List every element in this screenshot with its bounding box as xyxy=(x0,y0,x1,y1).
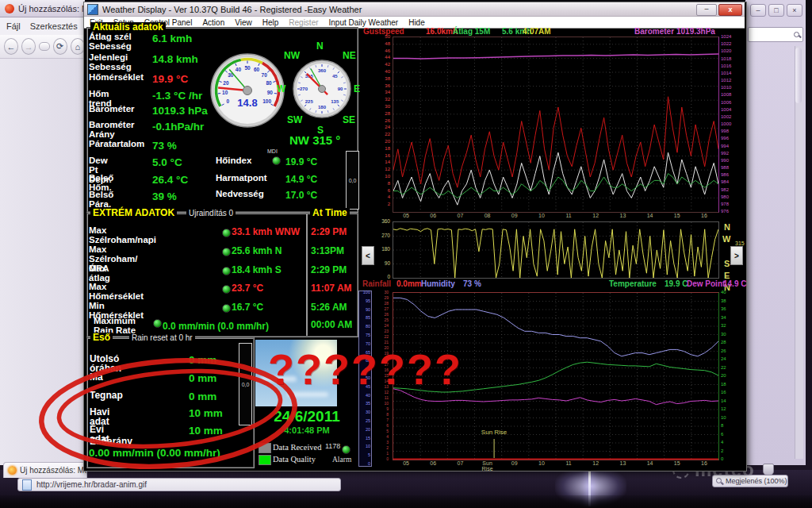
wd-titlebar[interactable]: Weather Display - Ver 10.37Q Build 46 - … xyxy=(84,2,745,17)
axis-tick: 46 xyxy=(385,48,390,53)
axis-tick: 45 xyxy=(366,384,370,389)
axis-tick: 5 xyxy=(386,429,389,433)
axis-tick: 978 xyxy=(721,202,729,206)
search-input[interactable] xyxy=(748,27,803,42)
axis-tick: 28 xyxy=(384,301,389,306)
hour-label: 15 xyxy=(666,213,688,218)
wd-menu-help[interactable]: Help xyxy=(262,18,279,27)
tab-label: Új hozzászólás: Meteor... xyxy=(20,466,86,475)
derived-label: Nedvesség xyxy=(216,189,264,198)
axis-tick: 10 xyxy=(366,444,370,448)
current-row-value: 5.0 °C xyxy=(152,156,182,168)
browser-tab-bottom[interactable]: Új hozzászólás: Meteor... xyxy=(3,462,87,478)
wind-speed-chart xyxy=(393,37,719,213)
wd-menu-hide[interactable]: Hide xyxy=(408,18,425,27)
extreme-led xyxy=(222,285,231,294)
key-button[interactable] xyxy=(39,42,49,51)
wd-menu-register: Register xyxy=(289,18,318,27)
rain-rate-label: Esőarány xyxy=(90,437,132,446)
wd-menu-action[interactable]: Action xyxy=(202,18,224,27)
axis-tick: 10 xyxy=(385,174,390,179)
browser-titlebar[interactable]: Új hozzászólás: Meteorológ xyxy=(0,0,85,17)
axis-tick: 14 xyxy=(385,160,390,164)
extreme-value: 16.7 °C xyxy=(232,302,263,313)
axis-tick: 0 xyxy=(386,456,389,461)
extreme-time: 2:29 PM xyxy=(311,226,347,237)
axis-tick: 1002 xyxy=(721,114,731,119)
wd-close-button[interactable]: x xyxy=(718,4,742,16)
axis-tick: 16 xyxy=(385,153,390,158)
axis-tick: 30 xyxy=(366,410,370,414)
forward-button[interactable]: → xyxy=(21,38,36,55)
axis-tick: 8 xyxy=(386,412,389,417)
extreme-led xyxy=(222,248,231,256)
browser-scrollbar[interactable] xyxy=(795,46,803,459)
close-button[interactable]: × xyxy=(787,4,802,17)
axis-tick: 70 xyxy=(366,341,370,346)
scroll-left-button[interactable]: < xyxy=(362,246,374,265)
hour-label: 09 xyxy=(504,460,526,466)
extreme-value: 33.1 kmh WNW xyxy=(232,226,300,237)
side-letter-s: S xyxy=(724,259,730,268)
humidity-temp-dew-chart: Sun Rise xyxy=(393,292,719,460)
minimize-button[interactable]: – xyxy=(750,4,766,17)
axis-tick: 0 xyxy=(368,461,370,466)
rain-row-label: Tegnap xyxy=(90,391,123,400)
hour-label: 12 xyxy=(584,460,607,466)
current-row-value: -0.1hPa/hr xyxy=(152,121,204,133)
hour-label: 13 xyxy=(611,213,634,218)
axis-tick: 15 xyxy=(366,436,370,441)
axis-tick: 55 xyxy=(366,367,370,371)
magnifier-icon xyxy=(716,478,722,484)
legend-item: 0.0mm xyxy=(396,279,422,288)
cloud xyxy=(287,392,328,397)
axis-tick: 44 xyxy=(385,55,390,60)
reload-button[interactable]: ⟳ xyxy=(53,38,67,55)
axis-tick: 38 xyxy=(385,76,390,81)
current-row-value: 1019.3 hPa xyxy=(152,105,208,117)
axis-tick: 42 xyxy=(385,62,390,67)
axis-tick: 35 xyxy=(366,401,370,406)
wd-minimize-button[interactable]: – xyxy=(696,4,717,16)
axis-tick: 7 xyxy=(386,418,389,422)
derived-value: 19.9 °C xyxy=(285,156,317,167)
legend-item: 73 % xyxy=(463,279,481,288)
scrollbar-thumb[interactable] xyxy=(795,48,802,103)
current-row-label: Belső Pára. xyxy=(89,190,113,209)
gauge-value: 14.8 xyxy=(237,97,257,109)
menu-edit[interactable]: Szerkesztés xyxy=(30,21,78,31)
sky-image xyxy=(255,340,337,406)
axis-tick: 27 xyxy=(384,306,389,311)
maximize-button[interactable]: □ xyxy=(768,4,784,17)
menu-file[interactable]: Fájl xyxy=(6,21,21,31)
extreme-led xyxy=(222,304,231,313)
wd-menu-input-daily-weather[interactable]: Input Daily Weather xyxy=(329,18,399,27)
axis-tick: 2 xyxy=(721,448,723,453)
back-button[interactable]: ← xyxy=(4,38,18,55)
axis-tick: 990 xyxy=(721,158,729,163)
extreme-value: 25.6 kmh N xyxy=(232,245,282,256)
current-row-label: Barométer xyxy=(89,104,135,114)
legend-item: Gustspeed xyxy=(363,27,404,36)
svg-text:100: 100 xyxy=(262,98,271,104)
svg-text:135: 135 xyxy=(331,99,339,104)
axis-tick: 980 xyxy=(721,194,729,199)
axis-tick: 30 xyxy=(384,290,389,294)
wd-menu-view[interactable]: View xyxy=(235,18,252,27)
axis-tick: 26 xyxy=(384,312,389,317)
wind-direction-chart xyxy=(393,221,719,279)
axis-tick: 12 xyxy=(385,167,390,171)
scroll-right-button[interactable]: > xyxy=(730,246,743,265)
rain-row-label: Utolsó órában xyxy=(90,354,121,373)
hour-label: 05 xyxy=(395,460,417,466)
axis-tick: 1 xyxy=(386,451,389,456)
axis-tick: 994 xyxy=(721,144,729,148)
zoom-level-button[interactable]: Megjelenés (100%) xyxy=(712,475,788,487)
svg-text:0: 0 xyxy=(227,98,230,104)
svg-text:40: 40 xyxy=(236,67,242,72)
hour-label: 13 xyxy=(611,460,634,466)
current-row-label: Átlag szél Sebesség xyxy=(89,32,132,51)
axis-tick: 20 xyxy=(384,345,389,350)
browser-favicon xyxy=(5,4,14,13)
axis-tick: 18 xyxy=(384,356,389,361)
